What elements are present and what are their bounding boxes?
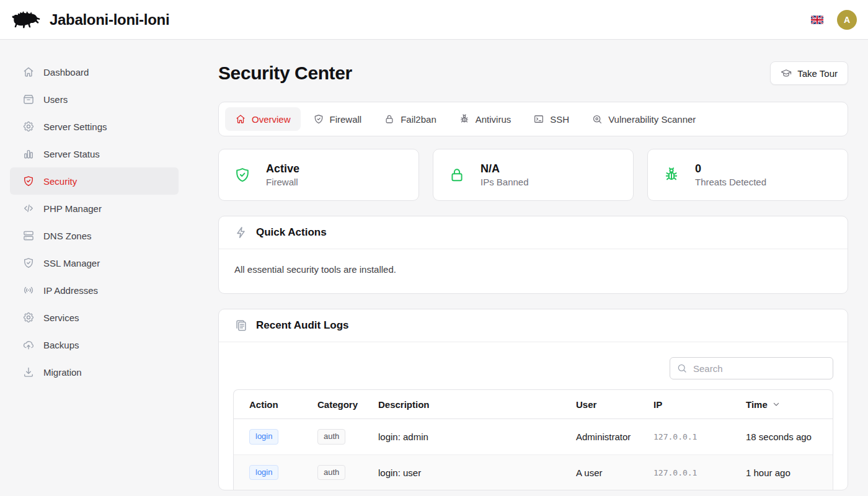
sidebar-item-dashboard[interactable]: Dashboard	[10, 58, 179, 86]
shield-check-icon	[22, 175, 35, 187]
scan-search-icon	[591, 113, 603, 125]
broadcast-icon	[22, 284, 35, 296]
table-header-row: Action Category Description User IP Time	[234, 390, 833, 419]
sidebar-item-label: Dashboard	[43, 67, 89, 78]
shield-check-icon	[234, 166, 251, 184]
tab-antivirus[interactable]: Antivirus	[449, 107, 521, 131]
table-row: login auth login: admin Administrator 12…	[234, 419, 833, 454]
column-header-time-sortable[interactable]: Time	[746, 399, 833, 410]
tab-ssh[interactable]: SSH	[523, 107, 579, 131]
quick-actions-card: Quick Actions All essential security too…	[218, 216, 848, 294]
sidebar-item-label: SSL Manager	[43, 258, 100, 268]
brand[interactable]: Jabaloni-loni-loni	[11, 9, 169, 31]
shield-check-icon	[22, 257, 35, 269]
column-header-category: Category	[317, 399, 378, 410]
tab-vulnerability-scanner[interactable]: Vulnerability Scanner	[582, 107, 706, 131]
section-title: Quick Actions	[256, 226, 327, 239]
section-title: Recent Audit Logs	[256, 319, 349, 332]
boar-logo-icon	[11, 9, 42, 31]
home-icon	[22, 66, 35, 78]
page-title: Security Center	[218, 63, 352, 84]
sidebar-item-backups[interactable]: Backups	[10, 331, 179, 358]
column-header-description: Description	[378, 399, 576, 410]
sidebar-item-label: Backups	[43, 340, 79, 350]
log-ip: 127.0.0.1	[653, 432, 746, 441]
bug-icon	[663, 166, 680, 184]
sidebar-item-label: Server Settings	[43, 122, 107, 132]
sidebar-item-ssl-manager[interactable]: SSL Manager	[10, 249, 179, 277]
app-title: Jabaloni-loni-loni	[50, 11, 169, 29]
stat-card-threats: 0 Threats Detected	[647, 149, 848, 201]
tab-firewall[interactable]: Firewall	[303, 107, 372, 131]
gear-icon	[22, 311, 35, 324]
log-time: 1 hour ago	[746, 467, 833, 478]
sidebar: Dashboard Users Server Settings Server S…	[0, 40, 188, 496]
search-icon	[676, 363, 688, 374]
stat-value: N/A	[480, 161, 529, 176]
take-tour-button[interactable]: Take Tour	[770, 61, 848, 85]
sidebar-item-migration[interactable]: Migration	[10, 358, 179, 386]
action-badge[interactable]: login	[249, 429, 278, 445]
sidebar-item-security[interactable]: Security	[10, 167, 179, 195]
audit-logs-table: Action Category Description User IP Time…	[233, 389, 833, 490]
sidebar-item-label: DNS Zones	[43, 231, 92, 241]
sidebar-item-server-settings[interactable]: Server Settings	[10, 113, 179, 140]
audit-logs-card: Recent Audit Logs Action Category Descri…	[218, 309, 848, 490]
stat-label: Firewall	[266, 176, 299, 188]
tab-overview[interactable]: Overview	[225, 107, 301, 131]
user-avatar[interactable]: A	[837, 10, 857, 30]
sidebar-item-label: Server Status	[43, 149, 100, 159]
sidebar-item-label: PHP Manager	[43, 203, 102, 214]
sidebar-item-services[interactable]: Services	[10, 304, 179, 331]
shield-icon	[313, 113, 324, 125]
cloud-upload-icon	[22, 339, 35, 351]
table-row: login auth login: user A user 127.0.0.1 …	[234, 454, 833, 490]
quick-actions-message: All essential security tools are install…	[219, 249, 848, 293]
security-tabs: Overview Firewall Fail2ban Antivirus SSH…	[218, 102, 848, 136]
sidebar-item-label: Security	[43, 176, 77, 187]
sidebar-item-dns-zones[interactable]: DNS Zones	[10, 222, 179, 249]
lock-icon	[448, 166, 466, 184]
stat-label: IPs Banned	[480, 176, 529, 188]
tab-fail2ban[interactable]: Fail2ban	[374, 107, 446, 131]
sidebar-item-label: IP Addresses	[43, 285, 98, 296]
category-badge: auth	[317, 429, 345, 445]
log-ip: 127.0.0.1	[653, 468, 746, 477]
language-flag-uk[interactable]	[811, 16, 823, 24]
log-description: login: admin	[378, 432, 576, 442]
lock-icon	[384, 113, 395, 125]
chevron-down-icon	[771, 399, 781, 409]
search-input[interactable]	[670, 357, 833, 379]
audit-log-icon	[234, 319, 248, 332]
sidebar-item-php-manager[interactable]: PHP Manager	[10, 195, 179, 222]
download-icon	[22, 366, 35, 378]
category-badge: auth	[317, 465, 345, 480]
users-drawer-icon	[22, 93, 35, 105]
server-stack-icon	[22, 229, 35, 242]
log-user: A user	[576, 467, 653, 478]
column-header-user: User	[576, 399, 653, 410]
stat-value: Active	[266, 161, 299, 176]
stat-label: Threats Detected	[695, 176, 766, 188]
column-header-action: Action	[249, 399, 317, 410]
gear-icon	[22, 120, 35, 133]
sidebar-item-users[interactable]: Users	[10, 86, 179, 113]
sidebar-item-ip-addresses[interactable]: IP Addresses	[10, 277, 179, 304]
lightning-icon	[234, 226, 248, 239]
sidebar-item-label: Users	[43, 94, 68, 105]
terminal-icon	[533, 113, 544, 125]
graduation-cap-icon	[781, 68, 792, 79]
sidebar-item-label: Services	[43, 312, 79, 323]
chart-bars-icon	[22, 148, 35, 160]
log-time: 18 seconds ago	[746, 432, 833, 442]
main-content: Security Center Take Tour Overview Firew…	[188, 40, 868, 496]
stat-card-ips-banned: N/A IPs Banned	[433, 149, 634, 201]
log-description: login: user	[378, 467, 576, 478]
home-icon	[235, 113, 246, 125]
log-user: Administrator	[576, 432, 653, 442]
sidebar-item-server-status[interactable]: Server Status	[10, 140, 179, 167]
action-badge[interactable]: login	[249, 465, 278, 480]
code-icon	[22, 202, 35, 215]
stat-value: 0	[695, 161, 766, 176]
bug-icon	[459, 113, 470, 125]
